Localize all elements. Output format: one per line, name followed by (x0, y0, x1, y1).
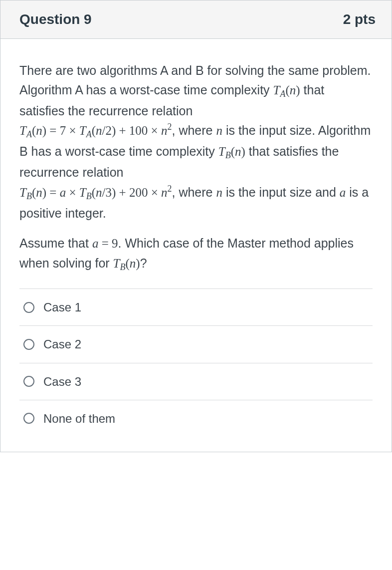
option-label: Case 3 (43, 372, 81, 391)
prompt-text: is the input size and (226, 185, 340, 199)
answer-option[interactable]: Case 3 (19, 363, 373, 400)
prompt-text: Assume that (19, 236, 92, 250)
option-label: None of them (43, 409, 115, 428)
math-eq-A: TA(n) = 7 × TA(n/2) + 100 × n2 (19, 124, 172, 137)
option-label: Case 1 (43, 298, 81, 316)
radio-icon[interactable] (23, 376, 34, 387)
math-TA-n: TA(n) (273, 83, 300, 97)
radio-icon[interactable] (23, 413, 34, 424)
answer-option[interactable]: None of them (19, 400, 373, 437)
answer-option[interactable]: Case 2 (19, 325, 373, 362)
prompt-text: , where (172, 185, 216, 199)
option-label: Case 2 (43, 335, 81, 353)
math-a: a (340, 186, 346, 199)
question-prompt: There are two algorithms A and B for sol… (19, 61, 373, 275)
prompt-text: ? (140, 256, 147, 270)
radio-icon[interactable] (23, 302, 34, 313)
card-header: Question 9 2 pts (0, 0, 392, 39)
math-TB-n: TB(n) (218, 145, 245, 158)
prompt-paragraph-2: Assume that a = 9. Which case of the Mas… (19, 234, 373, 275)
card-body: There are two algorithms A and B for sol… (0, 39, 392, 452)
radio-icon[interactable] (23, 339, 34, 350)
question-card: Question 9 2 pts There are two algorithm… (0, 0, 392, 452)
math-a-eq-9: a = 9 (92, 237, 118, 250)
math-n: n (216, 124, 222, 137)
prompt-text: , where (172, 123, 216, 137)
question-points: 2 pts (343, 11, 376, 27)
math-n: n (216, 186, 222, 199)
answer-options: Case 1 Case 2 Case 3 None of them (19, 288, 373, 437)
math-eq-B: TB(n) = a × TB(n/3) + 200 × n2 (19, 186, 172, 199)
answer-option[interactable]: Case 1 (19, 288, 373, 325)
question-title: Question 9 (19, 11, 92, 27)
math-TB-n: TB(n) (113, 257, 140, 270)
